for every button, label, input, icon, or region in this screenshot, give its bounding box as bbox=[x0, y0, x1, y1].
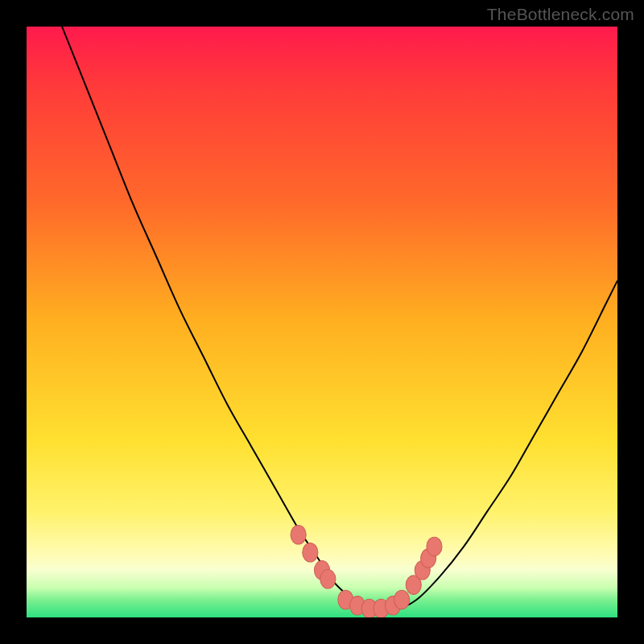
curve-marker bbox=[394, 590, 410, 609]
watermark-text: TheBottleneck.com bbox=[487, 5, 634, 24]
curve-svg bbox=[27, 27, 617, 617]
curve-marker bbox=[320, 570, 336, 588]
chart-frame: TheBottleneck.com bbox=[0, 0, 644, 644]
curve-marker bbox=[291, 525, 306, 543]
curve-marker bbox=[427, 537, 442, 555]
bottleneck-curve bbox=[62, 27, 617, 613]
curve-marker bbox=[303, 543, 318, 562]
plot-area bbox=[27, 27, 617, 617]
